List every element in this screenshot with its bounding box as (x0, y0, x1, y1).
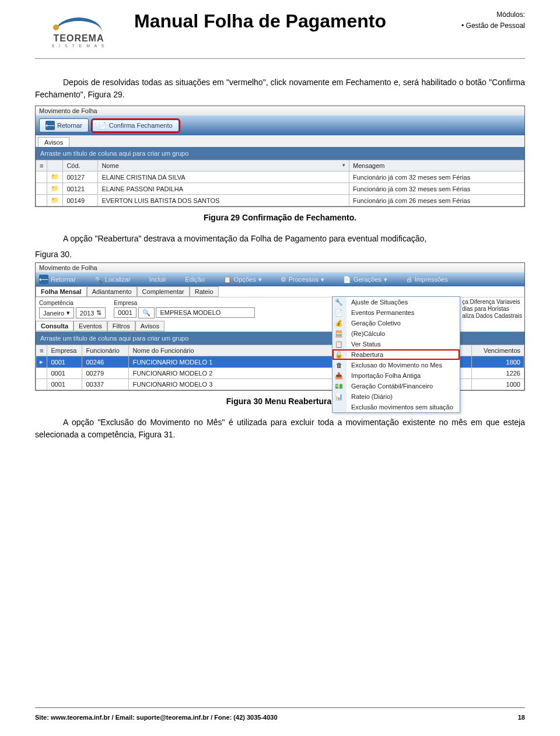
cell-func: 00337 (82, 379, 129, 390)
cell-venc: 1226 (472, 368, 524, 379)
impressoes-button[interactable]: 🖨 Impressões (406, 276, 448, 283)
delete-icon: 🗑 (335, 362, 343, 369)
para2-text: A opção "Reabertura" destrava a moviment… (63, 234, 426, 243)
geracoes-button[interactable]: 📄 Gerações ▾ (343, 276, 387, 283)
cell-nome: ELAINE PASSONI PADILHA (98, 183, 349, 195)
coins-icon: 💰 (335, 320, 343, 327)
col-nome-label: Nome (102, 162, 118, 169)
retornar-button[interactable]: ⟵ Retornar (39, 118, 89, 132)
tab-complementar[interactable]: Complementar (137, 286, 190, 297)
confirm-icon: 📄 (99, 122, 107, 129)
tab-adiantamento[interactable]: Adiantamento (87, 286, 137, 297)
paragraph-3: A opção "Exclusão do Movimento no Mês" é… (35, 416, 525, 441)
cell-msg: Funcionário já com 32 meses sem Férias (349, 171, 524, 183)
menu-eventos-permanentes[interactable]: 📄Eventos Permanentes (332, 307, 460, 318)
window-title: Movimento de Folha (36, 263, 524, 272)
mi-label: Exclusão movimentos sem situação (351, 404, 453, 411)
menu-rateio-diario[interactable]: 📊Rateio (Diário) (332, 391, 460, 402)
toolbar: ⟵ Retornar 📄 Confirma Fechamento (36, 115, 524, 135)
processos-menu: 🔧Ajuste de Situações 📄Eventos Permanente… (332, 296, 460, 413)
competencia-ano-spinner[interactable]: 2013 ⇅ (76, 307, 106, 318)
unlock-icon: 🔓 (335, 351, 343, 359)
table-row[interactable]: 📁 00127 ELAINE CRISTINA DA SILVA Funcion… (36, 171, 524, 183)
menu-ajuste-situacoes[interactable]: 🔧Ajuste de Situações (332, 297, 460, 307)
mi-label: Geração Contábil/Financeiro (351, 383, 433, 390)
empresa-search-icon[interactable]: 🔍 (138, 307, 155, 318)
menu-reabertura[interactable]: 🔓Reabertura (332, 349, 460, 360)
avisos-grid: ≡ Cód. Nome ▾ Mensagem 📁 00127 ELAINE CR… (36, 160, 524, 206)
mi-label: Eventos Permanentes (351, 309, 414, 316)
cell-func: 00246 (82, 356, 129, 368)
tb-label: Gerações (354, 276, 382, 283)
folder-icon: 📁 (47, 171, 63, 183)
modules-box: Módulos: • Gestão de Pessoal (461, 6, 525, 31)
menu-importacao-folha-antiga[interactable]: 📥Importação Folha Antiga (332, 370, 460, 381)
tab-folha-mensal[interactable]: Folha Mensal (36, 286, 87, 297)
col-funcionario[interactable]: Funcionário (82, 345, 129, 356)
col-icon (47, 160, 63, 171)
cell-func: 00279 (82, 368, 129, 379)
edicao-button[interactable]: Edição (185, 276, 205, 283)
caption-figura-29: Figura 29 Confirmação de Fechamento. (35, 213, 525, 222)
tb-label: Edição (185, 276, 205, 283)
screenshot-figura-29: Movimento de Folha ⟵ Retornar 📄 Confirma… (35, 106, 525, 207)
tab-avisos[interactable]: Avisos (135, 321, 164, 331)
menu-ver-status[interactable]: 📋Ver Status (332, 339, 460, 349)
page-footer: Site: www.teorema.inf.br / Email: suport… (35, 714, 525, 721)
opcoes-button[interactable]: 📋 Opções ▾ (223, 276, 262, 283)
col-empresa[interactable]: Empresa (47, 345, 82, 356)
col-cod[interactable]: Cód. (63, 160, 98, 171)
col-menu[interactable]: ≡ (36, 160, 47, 171)
empresa-nome-input[interactable]: EMPRESA MODELO (156, 307, 255, 318)
confirma-fechamento-button[interactable]: 📄 Confirma Fechamento (92, 120, 179, 132)
back-arrow-icon: ⟵ (46, 121, 55, 130)
tab-eventos[interactable]: Eventos (74, 321, 107, 331)
retornar-button[interactable]: ⟵ Retornar (39, 275, 76, 284)
folder-icon: 📁 (47, 195, 63, 206)
mi-label: Reabertura (351, 351, 383, 358)
menu-recalculo[interactable]: 🧮(Re)Cálculo (332, 328, 460, 339)
tab-row: Avisos (36, 135, 524, 147)
page-number: 18 (518, 714, 525, 721)
right-cutoff-text: ça Diferença Variaveis dias para Horista… (462, 299, 522, 319)
cell-emp: 0001 (47, 379, 82, 390)
mi-label: Geração Coletivo (351, 320, 401, 327)
table-row[interactable]: 📁 00121 ELAINE PASSONI PADILHA Funcionár… (36, 183, 524, 195)
footer-contact: Site: www.teorema.inf.br / Email: suport… (35, 714, 278, 721)
incluir-button[interactable]: Incluir (149, 276, 166, 283)
tab-consulta[interactable]: Consulta (36, 321, 74, 331)
cell-cod: 00127 (63, 171, 98, 183)
col-mensagem[interactable]: Mensagem (349, 160, 524, 171)
menu-exclusao-sem-situacao[interactable]: Exclusão movimentos sem situação (332, 402, 460, 412)
figura-30-ref: Figura 30. (35, 250, 525, 259)
tb-label: Opções (234, 276, 256, 283)
col-menu[interactable]: ≡ (36, 345, 47, 356)
tab-filtros[interactable]: Filtros (107, 321, 135, 331)
menu-geracao-coletivo[interactable]: 💰Geração Coletivo (332, 318, 460, 328)
mes-value: Janeiro (43, 310, 64, 317)
cutoff-line: aliza Dados Cadastrais (462, 313, 522, 319)
logo-arc-icon (55, 17, 102, 32)
doc-icon: 📄 (335, 309, 343, 317)
modules-label: Módulos: (461, 9, 525, 20)
cell-nome: EVERTON LUIS BATISTA DOS SANTOS (98, 195, 349, 206)
competencia-mes-select[interactable]: Janeiro ▾ (39, 307, 74, 318)
tab-avisos[interactable]: Avisos (38, 137, 69, 147)
tab-rateio[interactable]: Rateio (190, 286, 219, 297)
localizar-button[interactable]: 🔍 Localizar (94, 276, 131, 283)
processos-button[interactable]: ⚙ Processos ▾ (281, 276, 324, 283)
empresa-cod-input[interactable]: 0001 (114, 307, 136, 318)
dropdown-icon[interactable]: ▾ (342, 162, 345, 168)
col-vencimentos[interactable]: Vencimentos (472, 345, 524, 356)
folder-icon: 📁 (47, 183, 63, 195)
menu-geracao-contabil[interactable]: 💵Geração Contábil/Financeiro (332, 381, 460, 391)
logo-text: TEOREMA (35, 33, 123, 44)
table-row[interactable]: 📁 00149 EVERTON LUIS BATISTA DOS SANTOS … (36, 195, 524, 206)
page-title: Manual Folha de Pagamento (134, 6, 450, 32)
col-nome[interactable]: Nome ▾ (98, 160, 349, 171)
cell-nome: ELAINE CRISTINA DA SILVA (98, 171, 349, 183)
menu-exclusao-movimento-mes[interactable]: 🗑Exclusao do Movimento no Mes (332, 360, 460, 370)
ano-value: 2013 (80, 310, 94, 317)
toolbar: ⟵ Retornar 🔍 Localizar Incluir Edição 📋 … (36, 272, 524, 286)
competencia-label: Competência (39, 300, 106, 306)
